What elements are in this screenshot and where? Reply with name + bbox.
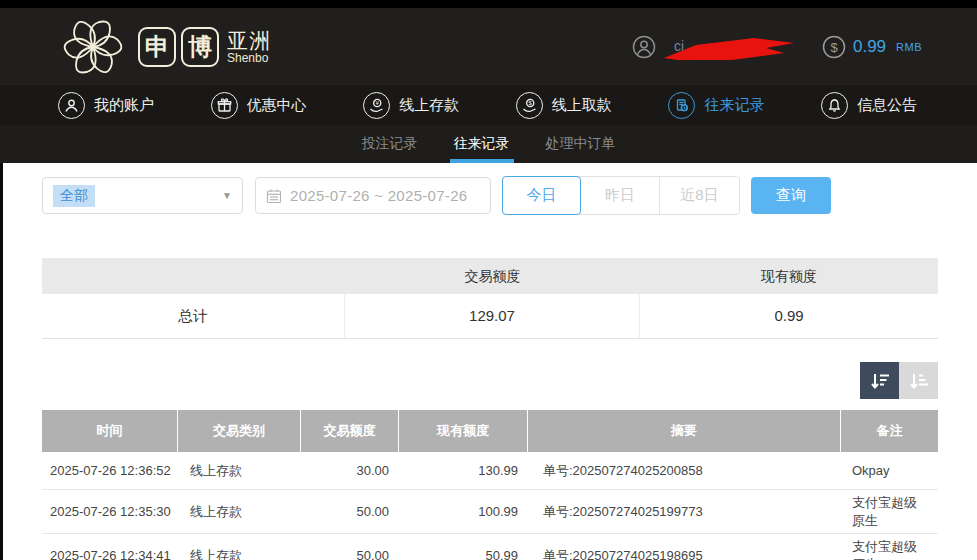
nav-label: 优惠中心 (247, 96, 307, 115)
summary-total-row: 总计 129.07 0.99 (42, 294, 938, 338)
query-button[interactable]: 查询 (751, 177, 831, 214)
summary-table: 交易额度 现有额度 总计 129.07 0.99 (42, 258, 938, 339)
summary-balance-total: 0.99 (640, 294, 938, 338)
red-redaction-scribble (662, 34, 796, 62)
records-table: 时间 交易类别 交易额度 现有额度 摘要 备注 2025-07-26 12:36… (42, 410, 938, 560)
cell-summary: 单号:202507274025198695 (528, 543, 841, 560)
user-avatar-icon[interactable] (632, 35, 656, 59)
date-range-value: 2025-07-26 ~ 2025-07-26 (290, 187, 467, 204)
announcement-bell-icon (821, 92, 848, 119)
cell-balance: 100.99 (399, 499, 528, 525)
logo-wordmark: 亚洲 Shenbo (227, 30, 271, 65)
cell-amount: 50.00 (301, 543, 399, 560)
summary-total-label: 总计 (42, 294, 345, 338)
yesterday-button[interactable]: 昨日 (581, 177, 660, 214)
table-row: 2025-07-26 12:36:52 线上存款 30.00 130.99 单号… (42, 452, 938, 490)
nav-label: 线上取款 (552, 96, 612, 115)
logo-char-2: 博 (181, 27, 219, 67)
last-8-days-button[interactable]: 近8日 (660, 177, 739, 214)
sub-nav: 投注记录 往来记录 处理中订单 (0, 125, 977, 163)
cell-time: 2025-07-26 12:36:52 (42, 458, 178, 484)
cell-remark: Okpay (841, 458, 938, 484)
username-redacted[interactable]: ci (666, 32, 794, 62)
top-black-strip (0, 0, 977, 8)
filter-bar: 全部 ▼ 2025-07-26 ~ 2025-07-26 今日 昨日 近8日 查… (42, 176, 831, 215)
cell-summary: 单号:202507274025199773 (528, 499, 841, 525)
balance-currency: RMB (896, 41, 922, 53)
subnav-label: 往来记录 (454, 135, 510, 151)
sort-ascending-button[interactable] (899, 362, 938, 399)
records-header-row: 时间 交易类别 交易额度 现有额度 摘要 备注 (42, 410, 938, 452)
subnav-processing-orders[interactable]: 处理中订单 (544, 125, 618, 163)
cell-time: 2025-07-26 12:35:30 (42, 499, 178, 525)
sort-descending-icon (869, 370, 891, 392)
quick-date-button-group: 今日 昨日 近8日 (502, 176, 740, 215)
cell-remark: 支付宝超级原生 (841, 534, 938, 560)
table-row: 2025-07-26 12:34:41 线上存款 50.00 50.99 单号:… (42, 534, 938, 560)
today-button[interactable]: 今日 (502, 176, 581, 215)
summary-header-row: 交易额度 现有额度 (42, 258, 938, 294)
cell-amount: 50.00 (301, 499, 399, 525)
calendar-icon (266, 188, 282, 204)
subnav-label: 投注记录 (362, 135, 418, 151)
table-row: 2025-07-26 12:35:30 线上存款 50.00 100.99 单号… (42, 490, 938, 534)
account-person-icon (58, 92, 85, 119)
site-logo[interactable]: 申 博 亚洲 Shenbo (60, 14, 271, 80)
col-header-time: 时间 (42, 410, 178, 452)
balance-amount: 0.99 (853, 37, 886, 57)
nav-item-withdraw[interactable]: $ 线上取款 (516, 92, 612, 119)
col-header-remark: 备注 (841, 410, 938, 452)
svg-text:$: $ (830, 40, 838, 55)
subnav-label: 处理中订单 (546, 135, 616, 151)
balance-display[interactable]: $ 0.99 RMB (822, 35, 922, 59)
cell-type: 线上存款 (178, 458, 301, 484)
nav-item-records[interactable]: 往来记录 (668, 92, 764, 119)
flower-logo-icon (60, 14, 126, 80)
site-header: 申 博 亚洲 Shenbo ci (0, 8, 977, 85)
nav-label: 我的账户 (94, 96, 154, 115)
category-select[interactable]: 全部 ▼ (42, 177, 243, 214)
cell-balance: 130.99 (399, 458, 528, 484)
cell-summary: 单号:202507274025200858 (528, 458, 841, 484)
cell-balance: 50.99 (399, 543, 528, 560)
nav-item-deposit[interactable]: ¥ 线上存款 (363, 92, 459, 119)
dollar-coin-icon: $ (822, 35, 846, 59)
logo-boxed-characters: 申 博 (138, 27, 219, 67)
logo-char-1: 申 (138, 27, 176, 67)
cell-time: 2025-07-26 12:34:41 (42, 543, 178, 560)
promo-gift-icon (211, 92, 238, 119)
transaction-records-page: 申 博 亚洲 Shenbo ci (0, 0, 977, 560)
nav-label: 往来记录 (704, 96, 764, 115)
cell-type: 线上存款 (178, 499, 301, 525)
sort-controls (860, 362, 938, 399)
svg-text:$: $ (528, 100, 532, 106)
summary-header-empty (42, 258, 345, 294)
records-clipboard-icon (668, 92, 695, 119)
subnav-transaction-records[interactable]: 往来记录 (452, 125, 512, 163)
withdraw-hand-coin-icon: $ (516, 92, 543, 119)
left-edge-strip (0, 163, 3, 560)
col-header-summary: 摘要 (528, 410, 841, 452)
nav-item-my-account[interactable]: 我的账户 (58, 92, 154, 119)
svg-text:¥: ¥ (376, 100, 380, 106)
logo-region-text: 亚洲 (227, 30, 271, 52)
sort-ascending-icon (908, 370, 930, 392)
main-nav: 我的账户 优惠中心 ¥ 线上存款 (0, 85, 977, 125)
category-selected-value: 全部 (53, 185, 95, 207)
col-header-balance: 现有额度 (399, 410, 528, 452)
date-range-input[interactable]: 2025-07-26 ~ 2025-07-26 (255, 177, 491, 214)
nav-label: 信息公告 (857, 96, 917, 115)
subnav-active-indicator (450, 159, 514, 163)
subnav-betting-records[interactable]: 投注记录 (360, 125, 420, 163)
nav-item-promotions[interactable]: 优惠中心 (211, 92, 307, 119)
cell-remark: 支付宝超级原生 (841, 490, 938, 533)
summary-header-transaction: 交易额度 (345, 258, 640, 294)
sort-descending-button[interactable] (860, 362, 899, 399)
nav-label: 线上存款 (399, 96, 459, 115)
cell-amount: 30.00 (301, 458, 399, 484)
header-user-area: ci $ 0.99 RMB (632, 32, 922, 62)
summary-header-balance: 现有额度 (640, 258, 938, 294)
deposit-hand-coin-icon: ¥ (363, 92, 390, 119)
col-header-amount: 交易额度 (301, 410, 399, 452)
nav-item-announcements[interactable]: 信息公告 (821, 92, 917, 119)
